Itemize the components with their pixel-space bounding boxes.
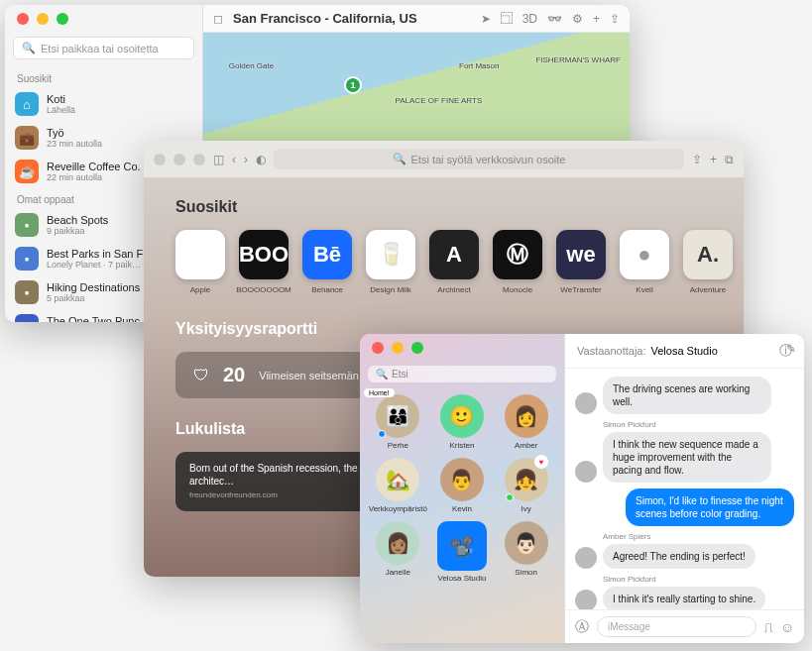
map-marker[interactable]: 1 bbox=[344, 76, 362, 94]
favorites-heading: Suosikit bbox=[175, 198, 712, 216]
contact-perhe[interactable]: 👨‍👩‍👦 Home!Perhe bbox=[368, 394, 428, 450]
contact-janelle[interactable]: 👩🏽 Janelle bbox=[368, 521, 428, 583]
place-icon: 💼 bbox=[15, 126, 39, 150]
status-dot bbox=[378, 430, 386, 438]
message-bubble[interactable]: I think the new sequence made a huge imp… bbox=[603, 432, 771, 483]
maps-search-input[interactable]: 🔍 Etsi paikkaa tai osoitetta bbox=[13, 37, 194, 59]
sidebar-item-favorite[interactable]: ⌂ Koti Lähellä bbox=[5, 87, 202, 121]
contact-name: Janelle bbox=[386, 568, 410, 577]
site-label: Archinect bbox=[437, 285, 470, 294]
sidebar-icon[interactable]: ◫ bbox=[213, 153, 224, 166]
message-row: Simon, I'd like to finesse the night sce… bbox=[575, 488, 794, 526]
favorite-site[interactable]: ● Kvell bbox=[620, 230, 669, 294]
reading-headline: Born out of the Spanish recession, the a… bbox=[189, 462, 360, 488]
search-placeholder: Etsi paikkaa tai osoitetta bbox=[41, 43, 159, 54]
contact-verkkoympäristö[interactable]: 🏡 Verkkoympäristö bbox=[368, 458, 428, 513]
close-icon[interactable] bbox=[17, 13, 29, 25]
shield-icon[interactable]: ◐ bbox=[256, 153, 266, 166]
contact-name: Ivy bbox=[522, 504, 531, 513]
site-label: BOOOOOOOM bbox=[236, 285, 291, 294]
site-icon: ● bbox=[620, 230, 669, 279]
zoom-icon[interactable] bbox=[57, 13, 68, 25]
minimize-icon[interactable] bbox=[37, 13, 49, 25]
compose-icon[interactable]: ✎ bbox=[786, 342, 796, 356]
item-title: Beach Spots bbox=[47, 214, 108, 226]
messages-window: ✎ 🔍 Etsi 👨‍👩‍👦 Home!Perhe🙂 Kristen👩 Ambe… bbox=[360, 334, 804, 643]
item-subtitle: Lonely Planet · 7 paik… bbox=[47, 260, 154, 270]
add-icon[interactable]: + bbox=[593, 12, 600, 26]
binoculars-icon[interactable]: 👓 bbox=[547, 12, 562, 26]
site-icon bbox=[175, 230, 225, 279]
sender-label: Simon Pickford bbox=[603, 420, 794, 429]
share-icon[interactable]: ⇪ bbox=[610, 12, 620, 26]
message-bubble[interactable]: Simon, I'd like to finesse the night sce… bbox=[626, 488, 794, 526]
site-label: Monocle bbox=[503, 285, 532, 294]
message-input[interactable]: iMessage bbox=[597, 616, 756, 637]
favorite-site[interactable]: we WeTransfer bbox=[556, 230, 606, 294]
search-icon: 🔍 bbox=[22, 42, 36, 54]
map-label: PALACE OF FINE ARTS bbox=[396, 96, 483, 105]
item-subtitle: 23 min autolla bbox=[47, 139, 102, 149]
favorite-site[interactable]: BOO BOOOOOOOM bbox=[239, 230, 289, 294]
back-icon[interactable]: ◻ bbox=[213, 12, 223, 26]
messages-sidebar: ✎ 🔍 Etsi 👨‍👩‍👦 Home!Perhe🙂 Kristen👩 Ambe… bbox=[360, 334, 565, 643]
favorite-site[interactable]: A. Adventure bbox=[683, 230, 733, 294]
contact-name: Kevin bbox=[452, 504, 472, 513]
message-thread[interactable]: The driving scenes are working well.Simo… bbox=[565, 369, 804, 609]
favorite-site[interactable]: Ⓜ Monocle bbox=[493, 230, 542, 294]
close-icon[interactable] bbox=[372, 342, 384, 354]
minimize-icon[interactable] bbox=[392, 342, 404, 354]
contact-velosa studio[interactable]: 📽️ Velosa Studio bbox=[432, 521, 493, 583]
contacts-grid: 👨‍👩‍👦 Home!Perhe🙂 Kristen👩 Amber🏡 Verkko… bbox=[360, 386, 564, 591]
close-icon[interactable] bbox=[154, 154, 166, 165]
contact-amber[interactable]: 👩 Amber bbox=[496, 394, 556, 450]
apps-icon[interactable]: Ⓐ bbox=[575, 618, 589, 636]
message-bubble[interactable]: Agreed! The ending is perfect! bbox=[603, 544, 755, 569]
favorite-site[interactable]: Apple bbox=[175, 230, 225, 294]
window-controls bbox=[360, 334, 435, 362]
site-label: Design Milk bbox=[370, 285, 410, 294]
zoom-icon[interactable] bbox=[193, 154, 205, 165]
messages-search-input[interactable]: 🔍 Etsi bbox=[368, 366, 556, 382]
avatar: 👨 bbox=[440, 458, 484, 501]
window-controls bbox=[5, 5, 202, 33]
minimize-icon[interactable] bbox=[174, 154, 185, 165]
favorite-site[interactable]: A Archinect bbox=[429, 230, 479, 294]
tabs-icon[interactable]: ⧉ bbox=[725, 153, 734, 166]
back-icon[interactable]: ‹ bbox=[232, 153, 236, 166]
3d-icon[interactable]: 3D bbox=[522, 12, 537, 26]
maps-title: San Francisco - California, US bbox=[233, 11, 471, 26]
reading-source: freundevonfreunden.com bbox=[189, 490, 360, 499]
map-label: Golden Gate bbox=[229, 61, 274, 70]
url-field[interactable]: 🔍 Etsi tai syötä verkkosivun osoite bbox=[274, 149, 684, 169]
emoji-icon[interactable]: ☺ bbox=[780, 619, 794, 635]
contact-kristen[interactable]: 🙂 Kristen bbox=[432, 394, 493, 450]
contact-kevin[interactable]: 👨 Kevin bbox=[432, 458, 493, 513]
forward-icon[interactable]: › bbox=[244, 153, 248, 166]
contact-name: Velosa Studio bbox=[438, 574, 487, 583]
location-icon[interactable]: ➤ bbox=[481, 12, 491, 26]
zoom-icon[interactable] bbox=[411, 342, 423, 354]
sender-label: Amber Spiers bbox=[603, 532, 794, 541]
contact-name: Verkkoympäristö bbox=[369, 504, 427, 513]
settings-icon[interactable]: ⚙ bbox=[572, 12, 583, 26]
site-label: Behance bbox=[311, 285, 343, 294]
home-badge: Home! bbox=[364, 388, 395, 397]
message-composer: Ⓐ iMessage ⎍ ☺ bbox=[565, 609, 804, 643]
message-bubble[interactable]: I think it's really starting to shine. bbox=[603, 587, 765, 609]
new-tab-icon[interactable]: + bbox=[710, 153, 717, 166]
favorite-site[interactable]: 🥛 Design Milk bbox=[366, 230, 415, 294]
audio-icon[interactable]: ⎍ bbox=[764, 619, 772, 635]
item-subtitle: 22 min autolla bbox=[47, 172, 141, 182]
avatar: 👩🏽 bbox=[376, 521, 419, 565]
item-title: The One Two Punc… bbox=[47, 315, 151, 322]
contact-simon[interactable]: 👨🏻 Simon bbox=[496, 521, 556, 583]
share-icon[interactable]: ⇪ bbox=[692, 153, 702, 166]
message-bubble[interactable]: The driving scenes are working well. bbox=[603, 377, 771, 414]
contact-ivy[interactable]: 👧 ♥Ivy bbox=[496, 458, 556, 513]
map-mode-icon[interactable]: ⿹ bbox=[501, 12, 513, 26]
place-icon: ▪ bbox=[15, 314, 39, 322]
favorite-site[interactable]: Bē Behance bbox=[302, 230, 352, 294]
avatar: 📽️ bbox=[437, 521, 487, 571]
item-title: Työ bbox=[47, 127, 102, 139]
